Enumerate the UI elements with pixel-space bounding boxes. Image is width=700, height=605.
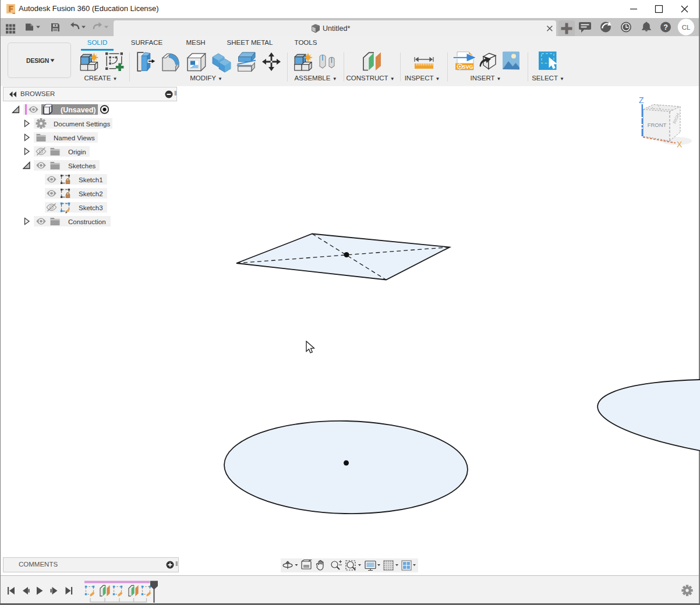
svg-text:FRONT: FRONT	[648, 122, 667, 128]
svg-text:Z: Z	[639, 95, 644, 105]
svg-text:X: X	[677, 140, 683, 149]
